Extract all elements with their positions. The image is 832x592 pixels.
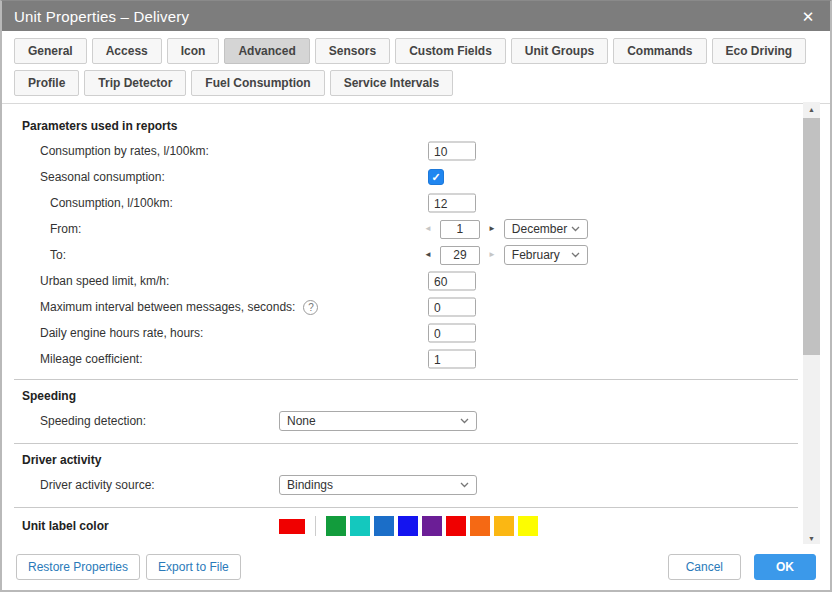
from-day-input[interactable]	[440, 220, 480, 239]
color-swatch-row	[279, 516, 538, 536]
chevron-down-icon	[460, 418, 469, 424]
tab-fuel-consumption[interactable]: Fuel Consumption	[191, 70, 324, 96]
section-speeding: Speeding Speeding detection: None	[14, 379, 798, 443]
section-driver-activity: Driver activity Driver activity source: …	[14, 443, 798, 507]
tab-custom-fields[interactable]: Custom Fields	[395, 38, 506, 64]
row-speeding-detection: Speeding detection: None	[22, 408, 798, 434]
row-season-from: From: ◄ ► December	[22, 216, 798, 242]
speeding-detection-select[interactable]: None	[279, 411, 477, 431]
tab-eco-driving[interactable]: Eco Driving	[712, 38, 807, 64]
daily-engine-label: Daily engine hours rate, hours:	[40, 326, 203, 340]
speeding-detection-value: None	[287, 414, 316, 428]
swatch-divider	[315, 516, 316, 536]
to-label: To:	[50, 248, 66, 262]
seasonal-consumption-label: Seasonal consumption:	[40, 170, 165, 184]
color-swatch-orange[interactable]	[470, 516, 490, 536]
color-swatch-purple[interactable]	[422, 516, 442, 536]
tab-row-2: Profile Trip Detector Fuel Consumption S…	[14, 70, 818, 96]
urban-speed-label: Urban speed limit, km/h:	[40, 274, 169, 288]
tab-trip-detector[interactable]: Trip Detector	[84, 70, 186, 96]
dialog-title: Unit Properties – Delivery	[14, 8, 189, 25]
color-swatch-teal[interactable]	[350, 516, 370, 536]
section-unit-label-color: Unit label color	[14, 507, 798, 544]
parameters-heading: Parameters used in reports	[22, 110, 798, 138]
to-day-decrement-icon[interactable]: ◄	[422, 249, 434, 261]
tab-row-1: General Access Icon Advanced Sensors Cus…	[14, 38, 818, 64]
to-day-input[interactable]	[440, 246, 480, 265]
cancel-button[interactable]: Cancel	[668, 554, 741, 580]
close-button[interactable]: ✕	[798, 6, 818, 26]
from-month-select[interactable]: December	[504, 219, 588, 239]
max-interval-label: Maximum interval between messages, secon…	[40, 300, 295, 314]
color-swatch-blue[interactable]	[374, 516, 394, 536]
row-daily-engine: Daily engine hours rate, hours:	[22, 320, 798, 346]
title-bar: Unit Properties – Delivery ✕	[2, 1, 830, 31]
scrollbar-thumb[interactable]	[803, 118, 820, 355]
driver-activity-heading: Driver activity	[22, 444, 798, 472]
chevron-down-icon	[571, 252, 580, 258]
unit-label-color-heading: Unit label color	[22, 519, 109, 533]
row-seasonal-value: Consumption, l/100km:	[22, 190, 798, 216]
tab-bar: General Access Icon Advanced Sensors Cus…	[2, 31, 830, 104]
row-max-interval: Maximum interval between messages, secon…	[22, 294, 798, 320]
from-day-decrement-icon[interactable]: ◄	[422, 223, 434, 235]
section-parameters: Parameters used in reports Consumption b…	[14, 110, 798, 379]
ok-button[interactable]: OK	[754, 554, 816, 580]
footer-left-buttons: Restore Properties Export to File	[16, 554, 241, 580]
speeding-detection-label: Speeding detection:	[40, 414, 146, 428]
mileage-label: Mileage coefficient:	[40, 352, 143, 366]
driver-activity-source-value: Bindings	[287, 478, 333, 492]
footer-right-buttons: Cancel OK	[668, 554, 816, 580]
check-icon: ✓	[431, 172, 440, 183]
tab-commands[interactable]: Commands	[613, 38, 706, 64]
tab-sensors[interactable]: Sensors	[315, 38, 390, 64]
tab-icon[interactable]: Icon	[167, 38, 220, 64]
seasonal-value-input[interactable]	[428, 194, 476, 213]
row-consumption-by-rates: Consumption by rates, l/100km:	[22, 138, 798, 164]
consumption-by-rates-label: Consumption by rates, l/100km:	[40, 144, 209, 158]
speeding-heading: Speeding	[22, 380, 798, 408]
unit-properties-dialog: Unit Properties – Delivery ✕ General Acc…	[0, 0, 832, 592]
dialog-footer: Restore Properties Export to File Cancel…	[2, 544, 830, 590]
row-seasonal-consumption: Seasonal consumption: ✓	[22, 164, 798, 190]
consumption-by-rates-input[interactable]	[428, 142, 476, 161]
chevron-down-icon	[460, 482, 469, 488]
tab-unit-groups[interactable]: Unit Groups	[511, 38, 608, 64]
mileage-input[interactable]	[428, 350, 476, 369]
daily-engine-input[interactable]	[428, 324, 476, 343]
scroll-up-icon[interactable]: ▲	[803, 102, 820, 117]
chevron-down-icon	[571, 226, 580, 232]
driver-activity-source-select[interactable]: Bindings	[279, 475, 477, 495]
color-swatch-yellow[interactable]	[518, 516, 538, 536]
color-swatch-red[interactable]	[446, 516, 466, 536]
row-unit-label-color: Unit label color	[22, 508, 798, 544]
from-label: From:	[50, 222, 81, 236]
row-urban-speed: Urban speed limit, km/h:	[22, 268, 798, 294]
color-swatch-green[interactable]	[326, 516, 346, 536]
color-swatch-dark-blue[interactable]	[398, 516, 418, 536]
tab-general[interactable]: General	[14, 38, 87, 64]
tab-service-intervals[interactable]: Service Intervals	[330, 70, 453, 96]
urban-speed-input[interactable]	[428, 272, 476, 291]
row-season-to: To: ◄ ► February	[22, 242, 798, 268]
color-swatch-amber[interactable]	[494, 516, 514, 536]
seasonal-consumption-checkbox[interactable]: ✓	[428, 169, 444, 185]
restore-properties-button[interactable]: Restore Properties	[16, 554, 140, 580]
max-interval-input[interactable]	[428, 298, 476, 317]
row-mileage: Mileage coefficient:	[22, 346, 798, 372]
export-to-file-button[interactable]: Export to File	[146, 554, 241, 580]
to-month-select[interactable]: February	[504, 245, 588, 265]
tab-advanced[interactable]: Advanced	[224, 38, 309, 64]
vertical-scrollbar[interactable]: ▲ ▼	[803, 102, 820, 546]
seasonal-value-label: Consumption, l/100km:	[50, 196, 173, 210]
from-day-increment-icon[interactable]: ►	[486, 223, 498, 235]
tab-access[interactable]: Access	[92, 38, 162, 64]
from-month-value: December	[512, 222, 567, 236]
help-icon[interactable]: ?	[303, 300, 318, 315]
to-day-increment-icon[interactable]: ►	[486, 249, 498, 261]
row-driver-activity-source: Driver activity source: Bindings	[22, 472, 798, 498]
close-icon: ✕	[802, 9, 815, 24]
tab-profile[interactable]: Profile	[14, 70, 79, 96]
to-month-value: February	[512, 248, 560, 262]
driver-activity-source-label: Driver activity source:	[40, 478, 155, 492]
